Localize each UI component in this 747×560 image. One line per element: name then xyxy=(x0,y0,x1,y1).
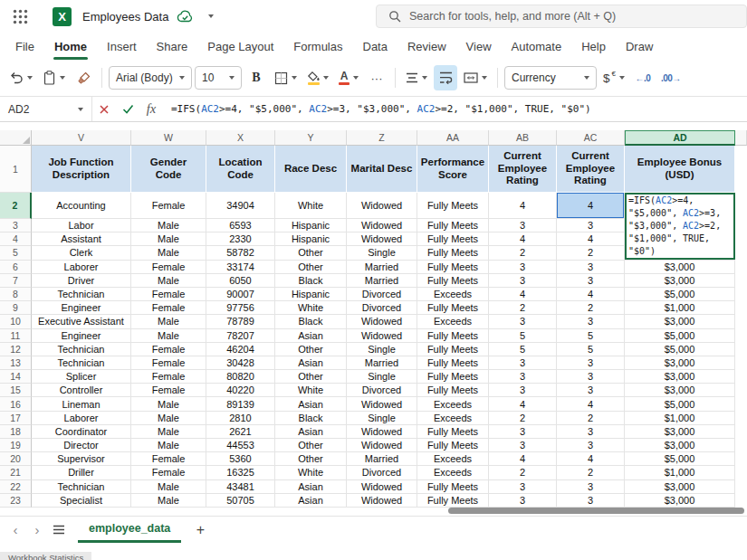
cell-AB11[interactable]: 5 xyxy=(489,329,557,343)
name-box[interactable]: AD2 xyxy=(0,97,92,121)
cell-Y23[interactable]: Asian xyxy=(275,494,347,508)
cell-W9[interactable]: Female xyxy=(131,301,206,315)
cell-V19[interactable]: Director xyxy=(32,439,131,452)
cell-AC7[interactable]: 3 xyxy=(557,274,625,288)
cell-X18[interactable]: 2621 xyxy=(206,425,275,439)
cell-V8[interactable]: Technician xyxy=(32,288,131,301)
cell-Y18[interactable]: Asian xyxy=(275,425,347,439)
column-header-AD[interactable]: AD xyxy=(625,130,735,146)
cell-V6[interactable]: Laborer xyxy=(32,261,131,274)
column-header-X[interactable]: X xyxy=(206,130,275,146)
cell-Z2[interactable]: Widowed xyxy=(347,193,417,219)
cell-AB14[interactable]: 3 xyxy=(489,370,557,384)
menu-tab-insert[interactable]: Insert xyxy=(97,33,147,60)
cell-AB7[interactable]: 3 xyxy=(489,274,557,288)
cell-editor-AD2[interactable]: =IFS(AC2>=4, "$5,000", AC2>=3, "$3,000",… xyxy=(625,193,735,260)
row-header-19[interactable]: 19 xyxy=(0,439,32,452)
cell-AB5[interactable]: 2 xyxy=(489,246,557,260)
column-header-Y[interactable]: Y xyxy=(275,130,347,146)
header-cell-AD1[interactable]: Employee Bonus (USD) xyxy=(625,146,735,193)
cell-V2[interactable]: Accounting xyxy=(32,193,131,219)
cell-X5[interactable]: 58782 xyxy=(206,246,275,260)
cell-AA10[interactable]: Exceeds xyxy=(417,315,489,328)
cell-Z23[interactable]: Widowed xyxy=(347,494,417,508)
cell-AD12[interactable]: $5,000 xyxy=(625,343,735,356)
cell-AD21[interactable]: $1,000 xyxy=(625,466,735,479)
cell-X23[interactable]: 50705 xyxy=(206,494,275,508)
menu-tab-view[interactable]: View xyxy=(456,33,502,60)
cell-Y15[interactable]: White xyxy=(275,384,347,397)
font-size-select[interactable]: 10 xyxy=(195,66,242,90)
cell-AC10[interactable]: 3 xyxy=(557,315,625,328)
cell-AB9[interactable]: 2 xyxy=(489,301,557,315)
cell-V5[interactable]: Clerk xyxy=(32,246,131,260)
cell-Z16[interactable]: Widowed xyxy=(347,397,417,411)
cell-Y16[interactable]: Asian xyxy=(275,397,347,411)
cell-W2[interactable]: Female xyxy=(131,193,206,219)
all-sheets-button[interactable] xyxy=(49,520,69,540)
more-font-options-button[interactable]: ··· xyxy=(365,65,388,90)
cell-AD23[interactable]: $3,000 xyxy=(625,494,735,508)
cell-W3[interactable]: Male xyxy=(131,219,206,233)
cell-W13[interactable]: Female xyxy=(131,356,206,370)
cell-X19[interactable]: 44553 xyxy=(206,439,275,452)
select-all-corner[interactable] xyxy=(0,130,32,146)
cell-V4[interactable]: Assistant xyxy=(32,233,131,246)
cell-X7[interactable]: 6050 xyxy=(206,274,275,288)
undo-button[interactable] xyxy=(5,65,36,90)
cell-AD6[interactable]: $3,000 xyxy=(625,261,735,274)
wrap-text-button[interactable] xyxy=(434,65,457,90)
column-header-AA[interactable]: AA xyxy=(417,130,489,146)
cell-Y20[interactable]: Other xyxy=(275,452,347,466)
cell-Y6[interactable]: Other xyxy=(275,261,347,274)
cell-Z18[interactable]: Widowed xyxy=(347,425,417,439)
cell-X21[interactable]: 16325 xyxy=(206,466,275,479)
cell-AA7[interactable]: Fully Meets xyxy=(417,274,489,288)
header-cell-V1[interactable]: Job Function Description xyxy=(32,146,131,193)
cell-AC23[interactable]: 3 xyxy=(557,494,625,508)
cell-AA11[interactable]: Fully Meets xyxy=(417,329,489,343)
cell-Z7[interactable]: Married xyxy=(347,274,417,288)
cell-X8[interactable]: 90007 xyxy=(206,288,275,301)
cell-Y22[interactable]: Asian xyxy=(275,480,347,494)
cell-AB17[interactable]: 2 xyxy=(489,412,557,425)
cell-Z21[interactable]: Divorced xyxy=(347,466,417,479)
cell-AC12[interactable]: 5 xyxy=(557,343,625,356)
cell-AB16[interactable]: 4 xyxy=(489,397,557,411)
fill-color-button[interactable] xyxy=(303,65,332,90)
cell-AC5[interactable]: 2 xyxy=(557,246,625,260)
cell-W4[interactable]: Male xyxy=(131,233,206,246)
borders-button[interactable] xyxy=(271,65,301,90)
document-title[interactable]: Employees Data xyxy=(82,10,168,24)
formula-input[interactable]: =IFS(AC2>=4, "$5,000", AC2>=3, "$3,000",… xyxy=(163,103,747,115)
cell-AD18[interactable]: $3,000 xyxy=(625,425,735,439)
cell-Y10[interactable]: Black xyxy=(275,315,347,328)
number-format-select[interactable]: Currency xyxy=(504,66,597,90)
cell-Z12[interactable]: Single xyxy=(347,343,417,356)
insert-function-button[interactable]: fx xyxy=(139,97,163,121)
row-header-17[interactable]: 17 xyxy=(0,412,32,425)
cell-AD7[interactable]: $3,000 xyxy=(625,274,735,288)
cell-Z5[interactable]: Single xyxy=(347,246,417,260)
row-header-21[interactable]: 21 xyxy=(0,466,32,479)
cell-AA17[interactable]: Exceeds xyxy=(417,412,489,425)
cell-V12[interactable]: Technician xyxy=(32,343,131,356)
cell-X11[interactable]: 78207 xyxy=(206,329,275,343)
cell-AD20[interactable]: $5,000 xyxy=(625,452,735,466)
cell-AC17[interactable]: 2 xyxy=(557,412,625,425)
row-header-22[interactable]: 22 xyxy=(0,480,32,494)
cell-AC15[interactable]: 3 xyxy=(557,384,625,397)
cell-AA4[interactable]: Fully Meets xyxy=(417,233,489,246)
menu-tab-data[interactable]: Data xyxy=(353,33,397,60)
menu-tab-home[interactable]: Home xyxy=(44,33,97,60)
cell-W11[interactable]: Male xyxy=(131,329,206,343)
cell-AD11[interactable]: $5,000 xyxy=(625,329,735,343)
row-header-18[interactable]: 18 xyxy=(0,425,32,439)
cell-AB3[interactable]: 3 xyxy=(489,219,557,233)
font-name-select[interactable]: Arial (Body) xyxy=(109,66,192,90)
cell-W6[interactable]: Female xyxy=(131,261,206,274)
cell-AA18[interactable]: Fully Meets xyxy=(417,425,489,439)
cell-X13[interactable]: 30428 xyxy=(206,356,275,370)
cell-V3[interactable]: Labor xyxy=(32,219,131,233)
format-painter-button[interactable] xyxy=(72,65,95,90)
